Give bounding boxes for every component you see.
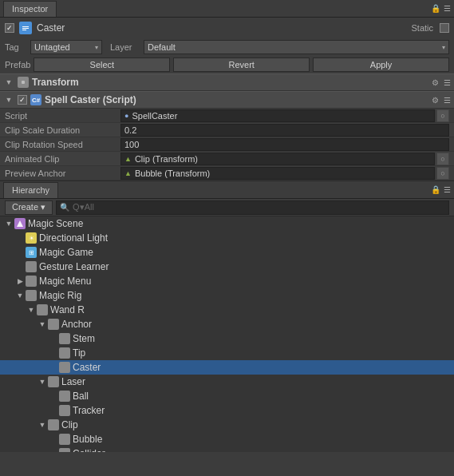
static-checkbox[interactable] [440,23,449,33]
directional-light-expand-icon [14,232,26,244]
tree-item-magic-game[interactable]: ⊞ Magic Game [0,245,454,260]
revert-button[interactable]: Revert [173,58,310,72]
stem-expand-icon [48,333,59,344]
create-button[interactable]: Create ▾ [5,200,53,215]
scene-label: Magic Scene [28,218,83,229]
inspector-tab[interactable]: Inspector [3,1,57,17]
tree-item-magic-menu[interactable]: Magic Menu [0,274,454,288]
script-value-icon: ● [124,112,128,120]
transform-icon [18,77,29,88]
svg-rect-2 [22,28,29,29]
laser-expand-icon [37,376,48,387]
prefab-row: Prefab Select Revert Apply [0,56,454,73]
preview-anchor-value-field[interactable]: ▲ Bubble (Transform) [120,167,435,180]
object-icon [19,22,32,34]
preview-anchor-value: Bubble (Transform) [135,169,210,178]
clip-label: Clip [61,419,78,430]
preview-anchor-icon: ▲ [124,169,132,177]
menu-icon[interactable]: ☰ [444,4,451,13]
tree-item-gesture-learner[interactable]: Gesture Learner [0,260,454,274]
clip-rotation-value-field[interactable]: 100 [120,138,449,151]
wand-r-expand-icon [26,304,37,315]
spell-caster-enabled-checkbox[interactable] [18,95,27,105]
spell-caster-menu-icon[interactable]: ☰ [444,96,451,105]
script-link-button[interactable]: ○ [436,109,449,122]
gesture-learner-label: Gesture Learner [39,261,109,272]
script-label: Script [5,111,120,121]
animated-clip-property-row: Animated Clip ▲ Clip (Transform) ○ [0,152,454,166]
hierarchy-search-box[interactable]: 🔍 Q▾All [56,200,449,215]
tree-item-clip[interactable]: Clip [0,418,454,432]
tag-layer-row: Tag Untagted ▾ Layer Default ▾ [0,38,454,56]
animated-clip-label: Animated Clip [5,154,120,164]
hierarchy-tab-bar: Hierarchy 🔒 ☰ [0,181,454,199]
clip-icon [48,419,59,430]
object-enabled-checkbox[interactable] [5,23,14,33]
script-value-field[interactable]: ● SpellCaster [120,109,435,122]
transform-menu-icon[interactable]: ☰ [444,78,451,87]
caster-icon [59,362,70,373]
ball-label: Ball [73,391,89,402]
caster-label: Caster [73,362,101,373]
anchor-label: Anchor [61,319,92,330]
spell-caster-title: Spell Caster (Script) [45,94,427,105]
transform-component-header[interactable]: Transform ⚙ ☰ [0,73,454,91]
preview-anchor-link-button[interactable]: ○ [436,167,449,180]
transform-expand-icon [3,77,14,88]
magic-menu-label: Magic Menu [39,276,91,287]
tree-item-collider-1[interactable]: Collider [0,446,454,452]
lock-icon[interactable]: 🔒 [431,4,440,13]
ball-icon [59,391,70,402]
hierarchy-tab[interactable]: Hierarchy [3,182,58,198]
stem-icon [59,333,70,344]
tracker-label: Tracker [73,405,105,416]
tag-dropdown[interactable]: Untagted ▾ [30,40,102,54]
collider1-label: Collider [73,448,105,452]
layer-dropdown[interactable]: Default ▾ [144,40,449,54]
clip-rotation-label: Clip Rotation Speed [5,140,120,149]
tree-item-tip[interactable]: Tip [0,346,454,360]
static-label: Static [411,23,433,33]
magic-menu-expand-icon [14,276,26,287]
scene-expand-icon [3,218,14,229]
spell-caster-component-header[interactable]: C# Spell Caster (Script) ⚙ ☰ [0,91,454,109]
tree-item-bubble[interactable]: Bubble [0,432,454,446]
tree-item-ball[interactable]: Ball [0,389,454,403]
tree-item-magic-rig[interactable]: Magic Rig [0,288,454,303]
layer-value: Default [148,42,176,52]
apply-button[interactable]: Apply [313,58,449,72]
animated-clip-value-field[interactable]: ▲ Clip (Transform) [120,153,435,165]
tree-item-laser[interactable]: Laser [0,375,454,389]
inspector-tab-bar: Inspector 🔒 ☰ [0,0,454,18]
select-button[interactable]: Select [34,58,170,72]
magic-rig-label: Magic Rig [39,290,81,301]
clip-scale-value-field[interactable]: 0.2 [120,124,449,137]
search-icon: 🔍 [60,203,69,212]
hierarchy-menu-icon[interactable]: ☰ [444,185,451,194]
preview-anchor-label: Preview Anchor [5,169,120,178]
hierarchy-lock-icon[interactable]: 🔒 [431,185,440,194]
svg-rect-5 [22,81,25,84]
tree-item-anchor[interactable]: Anchor [0,317,454,331]
tree-item-magic-scene[interactable]: Magic Scene [0,216,454,231]
transform-settings-icon[interactable]: ⚙ [432,78,439,87]
magic-game-label: Magic Game [39,247,93,258]
bubble-icon [59,434,70,445]
hierarchy-panel: Hierarchy 🔒 ☰ Create ▾ 🔍 Q▾All Magic Sce… [0,181,454,452]
animated-clip-link-button[interactable]: ○ [436,153,449,165]
tree-item-caster[interactable]: Caster [0,360,454,375]
inspector-panel: Inspector 🔒 ☰ Caster Static Tag Untagted… [0,0,454,181]
magic-rig-icon [26,290,37,301]
clip-scale-property-row: Clip Scale Duration 0.2 [0,123,454,137]
tree-item-directional-light[interactable]: ☀ Directional Light [0,231,454,245]
spell-caster-settings-icon[interactable]: ⚙ [432,96,439,105]
gesture-learner-expand-icon [14,261,26,272]
hierarchy-tab-icons: 🔒 ☰ [431,185,451,194]
tree-item-stem[interactable]: Stem [0,331,454,346]
ball-expand-icon [48,391,59,402]
tracker-expand-icon [48,405,59,416]
tree-item-tracker[interactable]: Tracker [0,403,454,418]
magic-game-icon: ⊞ [26,247,37,258]
tree-item-wand-r[interactable]: Wand R [0,303,454,317]
svg-marker-6 [17,220,23,227]
